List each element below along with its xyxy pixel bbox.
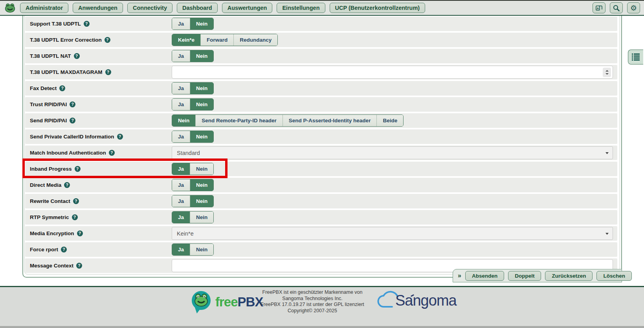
number-input-t-38-udptl-maxdatagram[interactable] <box>172 66 613 79</box>
form-row-fax-detect: Fax Detect?JaNein <box>25 81 617 96</box>
toggle-option-nein[interactable]: Nein <box>190 50 213 62</box>
form-row-rtp-symmetric: RTP Symmetric?JaNein <box>25 210 617 225</box>
toggle-option-nein[interactable]: Nein <box>172 115 196 126</box>
language-icon[interactable]: A <box>593 2 605 13</box>
form-row-t-38-udptl-nat: T.38 UDPTL NAT?JaNein <box>25 49 617 63</box>
absenden-button[interactable]: Absenden <box>465 271 504 281</box>
toggle-option-forward[interactable]: Forward <box>201 34 234 46</box>
toggle-option-ja[interactable]: Ja <box>172 195 190 207</box>
toggle-option-ja[interactable]: Ja <box>172 83 190 94</box>
doppelt-button[interactable]: Doppelt <box>508 271 541 281</box>
nav-item-connectivity[interactable]: Connectivity <box>127 3 172 13</box>
form-row-t-38-udptl-maxdatagram: T.38 UDPTL MAXDATAGRAM? <box>25 65 617 79</box>
nav-item-administrator[interactable]: Administrator <box>20 3 68 13</box>
toggle-option-ja[interactable]: Ja <box>172 99 190 110</box>
toggle-option-ja[interactable]: Ja <box>172 163 190 175</box>
help-icon[interactable]: ? <box>75 166 81 172</box>
help-icon[interactable]: ? <box>77 230 83 236</box>
search-icon[interactable] <box>610 2 623 13</box>
zur-cksetzen-button[interactable]: Zurücksetzen <box>545 271 593 281</box>
toggle-option-nein[interactable]: Nein <box>190 195 213 207</box>
freepbx-frog-icon[interactable] <box>4 2 16 13</box>
help-icon[interactable]: ? <box>117 134 123 140</box>
list-icon <box>632 53 640 61</box>
top-navbar: AdministratorAnwendungenConnectivityDash… <box>0 0 644 16</box>
help-icon[interactable]: ? <box>74 53 80 59</box>
nav-item-ucp-benutzerkontrollzentrum[interactable]: UCP (Benutzerkontrollzentrum) <box>330 3 426 13</box>
toggle-option-nein[interactable]: Nein <box>190 18 213 29</box>
select-match-inbound-authentication[interactable]: Standard <box>172 146 613 159</box>
l-schen-button[interactable]: Löschen <box>596 271 632 281</box>
freepbx-logo[interactable]: freePBX <box>190 290 263 314</box>
help-icon[interactable]: ? <box>72 214 78 220</box>
nav-item-dashboard[interactable]: Dashboard <box>177 3 218 13</box>
number-spinner[interactable] <box>603 68 611 77</box>
toggle-group-force-rport: JaNein <box>172 243 214 256</box>
help-icon[interactable]: ? <box>105 37 110 43</box>
help-icon[interactable]: ? <box>61 247 67 252</box>
row-label: Match Inbound Authentication? <box>30 146 115 160</box>
row-control: JaNein <box>172 211 613 224</box>
nav-item-anwendungen[interactable]: Anwendungen <box>73 3 123 13</box>
row-label: T.38 UDPTL Error Correction? <box>30 33 110 47</box>
toggle-option-nein[interactable]: Nein <box>190 99 213 110</box>
svg-text:A: A <box>597 6 599 10</box>
toggle-option-redundancy[interactable]: Redundancy <box>234 34 277 46</box>
help-icon[interactable]: ? <box>73 198 79 204</box>
help-icon[interactable]: ? <box>64 182 70 188</box>
chevron-down-icon <box>605 152 609 154</box>
select-media-encryption[interactable]: Kein*e <box>172 227 613 240</box>
toggle-option-nein[interactable]: Nein <box>190 163 213 175</box>
sidebar-list-toggle-button[interactable] <box>628 50 643 64</box>
toggle-group-rewrite-contact: JaNein <box>172 195 214 207</box>
help-icon[interactable]: ? <box>76 263 82 269</box>
row-label: Direct Media? <box>30 178 70 192</box>
toggle-option-nein[interactable]: Nein <box>190 179 213 191</box>
toggle-group-t-38-udptl-error-correction: Kein*eForwardRedundancy <box>172 34 278 46</box>
sangoma-logo[interactable]: Sangoma <box>373 290 457 311</box>
toggle-option-ja[interactable]: Ja <box>172 18 190 29</box>
gear-icon[interactable]: ⚙ <box>627 2 640 13</box>
row-control: JaNein <box>172 50 613 63</box>
toggle-option-nein[interactable]: Nein <box>190 131 213 142</box>
row-label: Support T.38 UDPTL? <box>30 17 90 31</box>
help-icon[interactable]: ? <box>70 101 75 107</box>
toggle-option-ja[interactable]: Ja <box>172 212 190 223</box>
row-label: Rewrite Contact? <box>30 194 79 208</box>
toggle-option-kein-e[interactable]: Kein*e <box>172 34 201 46</box>
help-icon[interactable]: ? <box>70 118 75 123</box>
toggle-option-ja[interactable]: Ja <box>172 131 190 142</box>
help-icon[interactable]: ? <box>59 85 65 91</box>
help-icon[interactable]: ? <box>109 150 115 156</box>
toggle-option-send-p-asserted-identity-header[interactable]: Send P-Asserted-Identity header <box>283 115 377 126</box>
nav-item-einstellungen[interactable]: Einstellungen <box>277 3 325 13</box>
toolbar-collapse-chevron[interactable]: » <box>458 272 461 279</box>
action-toolbar: » AbsendenDoppeltZurücksetzenLöschen <box>453 269 622 282</box>
toggle-group-fax-detect: JaNein <box>172 82 214 94</box>
toggle-option-nein[interactable]: Nein <box>190 83 213 94</box>
form-row-support-t-38-udptl: Support T.38 UDPTL?JaNein <box>25 17 617 31</box>
toggle-option-ja[interactable]: Ja <box>172 244 190 255</box>
footer-line: FreePBX 17.0.19.27 ist unter der GPL liz… <box>253 302 371 308</box>
footer-line: FreePBX ist ein geschützter Markenname v… <box>253 289 371 296</box>
toggle-option-nein[interactable]: Nein <box>190 244 213 255</box>
toggle-option-nein[interactable]: Nein <box>190 212 213 223</box>
form-row-force-rport: Force rport?JaNein <box>25 242 617 257</box>
toggle-option-send-remote-party-id-header[interactable]: Send Remote-Party-ID header <box>196 115 283 126</box>
help-icon[interactable]: ? <box>84 21 90 27</box>
window-bottom-edge <box>0 326 644 328</box>
nav-item-auswertungen[interactable]: Auswertungen <box>222 3 273 13</box>
footer-line: Copyright© 2007-2025 <box>253 308 371 314</box>
toggle-option-ja[interactable]: Ja <box>172 50 190 62</box>
toggle-group-send-private-callerid-information: JaNein <box>172 131 214 143</box>
row-label: Trust RPID/PAI? <box>30 97 75 112</box>
row-label: T.38 UDPTL NAT? <box>30 49 80 63</box>
toggle-option-ja[interactable]: Ja <box>172 179 190 191</box>
row-control: JaNein <box>172 82 613 95</box>
spinner-down-icon[interactable] <box>605 73 609 75</box>
help-icon[interactable]: ? <box>105 69 111 75</box>
toggle-group-inband-progress: JaNein <box>172 163 214 175</box>
toggle-option-beide[interactable]: Beide <box>377 115 403 126</box>
row-label: RTP Symmetric? <box>30 210 78 225</box>
spinner-up-icon[interactable] <box>605 70 609 72</box>
